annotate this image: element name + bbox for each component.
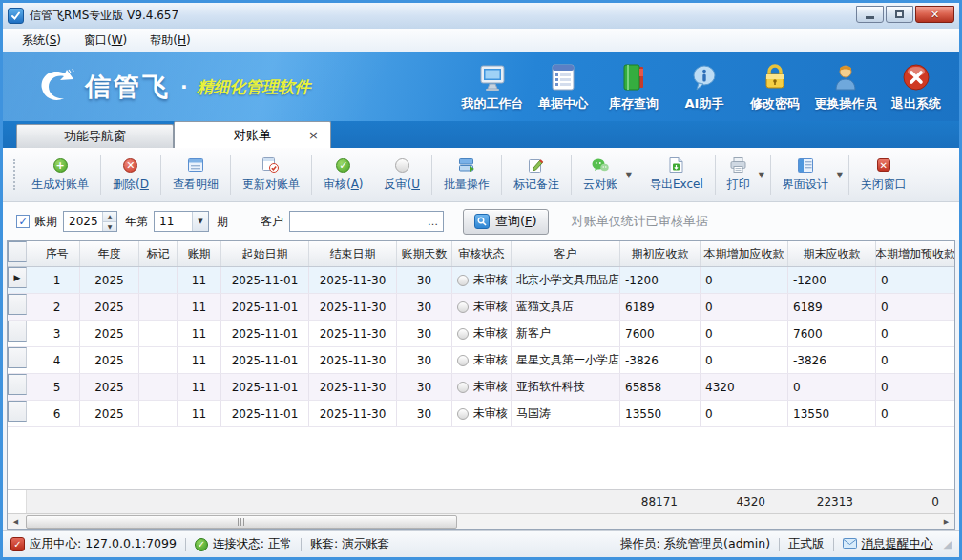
print-dropdown-arrow[interactable]: ▼ xyxy=(759,171,764,179)
col-seq[interactable]: 序号 xyxy=(34,241,80,266)
col-year[interactable]: 年度 xyxy=(80,241,139,266)
col-increase[interactable]: 本期增加应收款 xyxy=(701,241,788,266)
scrollbar-thumb[interactable] xyxy=(26,515,457,529)
cell-begin-balance: -1200 xyxy=(620,267,701,293)
statement-grid: 序号 年度 标记 账期 起始日期 结束日期 账期天数 审核状态 客户 期初应收款… xyxy=(7,240,955,530)
cell-increase: 0 xyxy=(701,294,788,320)
col-mark[interactable]: 标记 xyxy=(139,241,178,266)
ui-design-button[interactable]: 界面设计 ▼ xyxy=(772,148,847,201)
cell-audit-status: 未审核 xyxy=(452,347,512,373)
workbench-icon xyxy=(476,62,509,93)
row-selector[interactable] xyxy=(8,347,27,368)
cell-year: 2025 xyxy=(80,374,139,400)
restore-button[interactable] xyxy=(886,6,913,23)
toolbar-drag-handle[interactable] xyxy=(13,159,16,190)
col-start-date[interactable]: 起始日期 xyxy=(221,241,309,266)
refresh-doc-icon xyxy=(262,156,280,174)
cell-mark xyxy=(139,401,178,426)
row-selector[interactable] xyxy=(8,321,27,342)
cloud-reconcile-dropdown-arrow[interactable]: ▼ xyxy=(626,171,632,179)
col-period[interactable]: 账期 xyxy=(178,241,221,266)
unapprove-icon xyxy=(393,156,410,174)
cell-days: 30 xyxy=(397,267,452,293)
minimize-button[interactable] xyxy=(856,6,884,23)
approve-button[interactable]: ✓ 审核(A) xyxy=(313,148,374,201)
cell-period: 11 xyxy=(178,347,221,373)
delete-button[interactable]: ✕ 删除(D xyxy=(102,148,159,201)
customer-lookup-button[interactable]: … xyxy=(424,212,443,231)
year-spin-up[interactable]: ▲ xyxy=(103,212,116,222)
table-row[interactable]: 2 2025 11 2025-11-01 2025-11-30 30 未审核 蓝… xyxy=(8,294,954,321)
close-window-button[interactable]: ✕ 关闭窗口 xyxy=(850,148,917,201)
cell-year: 2025 xyxy=(80,401,139,426)
customer-input[interactable] xyxy=(290,212,424,231)
table-row[interactable]: 4 2025 11 2025-11-01 2025-11-30 30 未审核 星… xyxy=(8,347,954,374)
generate-statement-button[interactable]: + 生成对账单 xyxy=(21,148,99,201)
col-end-balance[interactable]: 期末应收款 xyxy=(788,241,876,266)
print-button[interactable]: 打印 ▼ xyxy=(717,148,769,201)
cloud-reconcile-button[interactable]: 云对账 ▼ xyxy=(573,148,637,201)
cell-mark xyxy=(139,321,178,346)
message-center-link[interactable]: 消息提醒中心 xyxy=(843,536,933,552)
table-row[interactable]: ▶ 1 2025 11 2025-11-01 2025-11-30 30 未审核… xyxy=(8,267,954,294)
switch-operator-button[interactable]: 更换操作员 xyxy=(810,62,881,113)
document-center-icon xyxy=(547,62,579,93)
col-audit-status[interactable]: 审核状态 xyxy=(452,241,512,266)
document-center-button[interactable]: 单据中心 xyxy=(528,62,598,113)
search-button[interactable]: 查询(F) xyxy=(463,209,549,235)
update-statement-button[interactable]: 更新对账单 xyxy=(232,148,310,201)
ui-design-dropdown-arrow[interactable]: ▼ xyxy=(837,171,843,179)
menu-help[interactable]: 帮助(H) xyxy=(140,30,199,52)
col-days[interactable]: 账期天数 xyxy=(397,241,452,266)
period-select[interactable]: 11 ▼ xyxy=(154,211,209,232)
period-checkbox[interactable]: ✓ xyxy=(16,215,30,228)
col-end-date[interactable]: 结束日期 xyxy=(309,241,397,266)
ai-assistant-button[interactable]: AI助手 xyxy=(669,62,740,113)
row-selector[interactable]: ▶ xyxy=(8,267,27,288)
unapprove-button[interactable]: 反审(U xyxy=(374,148,430,201)
mark-note-button[interactable]: 标记备注 xyxy=(503,148,570,201)
tab-close-icon[interactable]: × xyxy=(308,128,319,142)
menu-window[interactable]: 窗口(W) xyxy=(74,30,136,52)
scroll-right-icon[interactable]: ▶ xyxy=(938,514,954,529)
cell-audit-status: 未审核 xyxy=(452,267,512,293)
inventory-query-button[interactable]: 库存查询 xyxy=(598,62,669,113)
customer-label: 客户 xyxy=(261,214,283,230)
cell-customer: 蓝猫文具店 xyxy=(512,294,620,320)
table-row[interactable]: 3 2025 11 2025-11-01 2025-11-30 30 未审核 新… xyxy=(8,321,954,347)
cell-customer: 亚拓软件科技 xyxy=(512,374,620,400)
table-row[interactable]: 6 2025 11 2025-11-01 2025-11-30 30 未审核 马… xyxy=(8,401,954,427)
year-spin-down[interactable]: ▼ xyxy=(103,222,116,232)
close-button[interactable]: ✕ xyxy=(915,6,954,23)
cell-increase: 0 xyxy=(701,267,788,293)
horizontal-scrollbar[interactable]: ◀ ▶ xyxy=(8,513,954,529)
export-excel-button[interactable]: 导出Excel xyxy=(639,148,714,201)
unaudited-icon xyxy=(457,355,469,366)
year-spinner[interactable]: 2025 ▲ ▼ xyxy=(63,211,117,232)
col-customer[interactable]: 客户 xyxy=(512,241,620,266)
col-begin-balance[interactable]: 期初应收款 xyxy=(620,241,701,266)
period-dropdown-arrow[interactable]: ▼ xyxy=(192,212,208,231)
scroll-left-icon[interactable]: ◀ xyxy=(8,514,24,529)
change-password-button[interactable]: 修改密码 xyxy=(740,62,810,113)
period-value[interactable]: 11 xyxy=(155,212,192,231)
tab-statement[interactable]: 对账单 × xyxy=(174,121,331,148)
row-selector[interactable] xyxy=(8,374,27,395)
menu-system[interactable]: 系统(S) xyxy=(12,30,71,52)
tab-nav-window[interactable]: 功能导航窗 xyxy=(16,124,174,148)
cell-period: 11 xyxy=(178,401,221,426)
row-selector[interactable] xyxy=(8,401,27,422)
view-detail-button[interactable]: 查看明细 xyxy=(162,148,229,201)
exit-system-button[interactable]: 退出系统 xyxy=(881,62,952,113)
year-value[interactable]: 2025 xyxy=(64,212,102,231)
row-selector[interactable] xyxy=(8,294,27,315)
resize-grip[interactable]: ◢ xyxy=(944,538,952,550)
cell-end-date: 2025-11-30 xyxy=(309,294,397,320)
table-row[interactable]: 5 2025 11 2025-11-01 2025-11-30 30 未审核 亚… xyxy=(8,374,954,401)
mid-label: 年第 xyxy=(125,214,148,230)
col-pre-receipt[interactable]: 本期增加预收款 xyxy=(876,241,954,266)
batch-operation-button[interactable]: 批量操作 xyxy=(433,148,500,201)
workbench-button[interactable]: 我的工作台 xyxy=(457,62,528,113)
cell-period: 11 xyxy=(178,321,221,346)
cell-increase: 0 xyxy=(701,347,788,373)
